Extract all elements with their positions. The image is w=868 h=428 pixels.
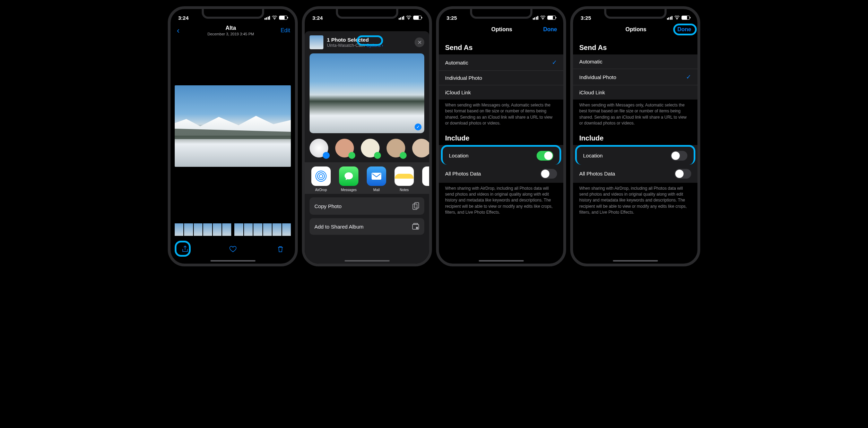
share-header: 1 Photo Selected Uinta-Wasatch-Cach Opti…	[305, 35, 429, 53]
phone-share-sheet: 3:24 1 Photo Selected Uinta-Wasatch-Cach…	[302, 6, 432, 266]
messages-badge-icon	[374, 152, 381, 159]
row-all-photos-data[interactable]: All Photos Data	[573, 165, 697, 183]
app-mail[interactable]: Mail	[365, 166, 388, 192]
share-thumb	[310, 35, 323, 49]
airdrop-badge-icon	[323, 152, 330, 159]
favorite-button[interactable]	[229, 245, 237, 253]
row-all-photos-data[interactable]: All Photos Data	[439, 165, 563, 183]
include-footer: When sharing with AirDrop, including all…	[439, 183, 563, 216]
send-as-footer: When sending with Messages only, Automat…	[439, 100, 563, 127]
send-as-list: Automatic✓ Individual Photo iCloud Link	[439, 54, 563, 100]
share-title: 1 Photo Selected	[327, 37, 411, 43]
nav-bar: ‹ Alta December 3, 2019 3:45 PM Edit	[171, 23, 295, 37]
home-indicator[interactable]	[210, 260, 255, 262]
status-time: 3:25	[446, 15, 457, 21]
options-header: Options Done	[439, 23, 563, 36]
contact-avatar[interactable]	[387, 139, 405, 157]
wifi-icon	[540, 16, 546, 20]
svg-rect-3	[372, 173, 381, 180]
app-messages[interactable]: Messages	[337, 166, 360, 192]
action-shared-album[interactable]: Add to Shared Album	[310, 218, 424, 235]
action-copy-photo[interactable]: Copy Photo	[310, 197, 424, 215]
selected-photo[interactable]: ✓	[310, 53, 424, 133]
phone-photos-detail: 3:24 ‹ Alta December 3, 2019 3:45 PM Edi…	[168, 6, 298, 266]
thumbnail-strip[interactable]	[175, 223, 291, 236]
all-data-toggle[interactable]	[540, 169, 557, 179]
options-link[interactable]: Options ›	[366, 43, 383, 48]
svg-point-0	[319, 174, 323, 178]
home-indicator[interactable]	[345, 260, 390, 262]
wifi-icon	[406, 16, 411, 20]
notch	[604, 9, 667, 19]
apps-row: AirDrop Messages Mail Notes R	[305, 162, 429, 194]
copy-icon	[413, 202, 419, 210]
airdrop-contact[interactable]	[310, 139, 328, 157]
location-toggle[interactable]	[671, 151, 687, 161]
notch	[470, 9, 532, 19]
done-button[interactable]: Done	[543, 26, 557, 33]
location-toggle[interactable]	[537, 151, 553, 161]
messages-badge-icon	[348, 152, 355, 159]
row-individual[interactable]: Individual Photo✓	[573, 69, 697, 85]
all-data-toggle[interactable]	[675, 169, 691, 179]
options-title: Options	[460, 26, 543, 33]
app-airdrop[interactable]: AirDrop	[310, 166, 332, 192]
edit-button[interactable]: Edit	[280, 27, 290, 34]
section-send-as: Send As	[573, 36, 697, 54]
notch	[202, 9, 264, 19]
row-automatic[interactable]: Automatic✓	[439, 54, 563, 71]
actions-list: Copy Photo Add to Shared Album	[305, 194, 429, 238]
app-more[interactable]: R	[420, 166, 429, 192]
photo-preview[interactable]	[175, 85, 291, 167]
back-button[interactable]: ‹	[175, 26, 181, 35]
row-icloud[interactable]: iCloud Link	[573, 85, 697, 100]
row-location[interactable]: Location	[575, 145, 695, 165]
done-button[interactable]: Done	[677, 26, 691, 33]
signal-icon	[399, 16, 405, 20]
battery-icon	[279, 16, 287, 20]
status-time: 3:24	[312, 15, 323, 21]
messages-badge-icon	[400, 152, 407, 159]
row-location[interactable]: Location	[441, 145, 561, 165]
row-individual[interactable]: Individual Photo	[439, 71, 563, 85]
send-as-list: Automatic Individual Photo✓ iCloud Link	[573, 54, 697, 100]
svg-point-8	[416, 227, 418, 229]
nav-subtitle: December 3, 2019 3:45 PM	[181, 32, 280, 36]
contact-avatar[interactable]	[412, 139, 429, 157]
row-icloud[interactable]: iCloud Link	[439, 85, 563, 100]
send-as-footer: When sending with Messages only, Automat…	[573, 100, 697, 127]
phone-options-on: 3:25 Options Done Send As Automatic✓ Ind…	[436, 6, 566, 266]
contact-avatar[interactable]	[335, 139, 354, 157]
status-time: 3:24	[178, 15, 189, 21]
share-subtitle: Uinta-Wasatch-Cach	[327, 43, 365, 48]
checkmark-icon: ✓	[686, 73, 691, 81]
checkmark-icon: ✓	[552, 59, 557, 66]
status-time: 3:25	[581, 15, 591, 21]
row-automatic[interactable]: Automatic	[573, 54, 697, 69]
home-indicator[interactable]	[479, 260, 524, 262]
svg-rect-5	[415, 203, 419, 208]
include-footer: When sharing with AirDrop, including all…	[573, 183, 697, 216]
contacts-row	[305, 133, 429, 162]
svg-point-1	[318, 173, 324, 180]
wifi-icon	[674, 16, 680, 20]
options-header: Options Done	[573, 23, 697, 36]
close-button[interactable]: ✕	[415, 37, 424, 47]
signal-icon	[667, 16, 673, 20]
section-include: Include	[573, 127, 697, 145]
app-notes[interactable]: Notes	[393, 166, 416, 192]
home-indicator[interactable]	[613, 260, 658, 262]
battery-icon	[547, 16, 556, 20]
battery-icon	[682, 16, 690, 20]
share-button[interactable]	[181, 245, 189, 253]
shared-album-icon	[412, 223, 419, 230]
trash-button[interactable]	[276, 245, 285, 253]
contact-avatar[interactable]	[361, 139, 380, 157]
signal-icon	[264, 16, 270, 20]
wifi-icon	[272, 16, 277, 20]
battery-icon	[413, 16, 422, 20]
svg-rect-7	[414, 223, 418, 224]
phone-options-off: 3:25 Options Done Send As Automatic Indi…	[570, 6, 700, 266]
notch	[336, 9, 398, 19]
bottom-toolbar	[171, 245, 295, 253]
